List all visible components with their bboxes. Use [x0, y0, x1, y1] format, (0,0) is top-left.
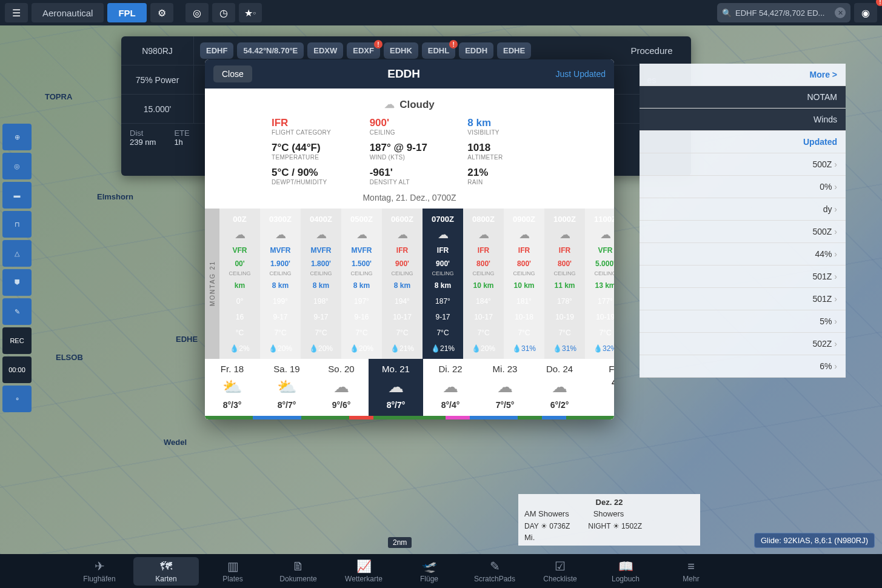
info-row[interactable]: 5% › — [640, 310, 846, 333]
search-icon: 🔍 — [722, 8, 732, 18]
daily-date: Dez. 22 — [524, 498, 694, 507]
tab-logbuch[interactable]: 📖Logbuch — [593, 559, 658, 583]
altitude-cell[interactable]: 15.000' — [121, 95, 194, 124]
map-mode-button[interactable]: Aeronautical — [32, 3, 104, 22]
metric-ceiling: 900'CEILING — [370, 117, 450, 136]
tab-dokumente[interactable]: 🗎Dokumente — [266, 560, 331, 583]
locate-icon[interactable]: ◉ — [854, 3, 877, 22]
tab-scratchpads[interactable]: ✎ScratchPads — [462, 559, 527, 583]
updated-label[interactable]: Just Updated — [556, 69, 606, 79]
info-row[interactable]: 501Z › — [640, 288, 846, 310]
waypoint-pill[interactable]: EDHL! — [422, 42, 455, 59]
daily-strip[interactable]: Fr. 18⛅8°/3°Sa. 19⛅8°/7°So. 20☁9°/6°Mo. … — [205, 359, 614, 419]
right-info-panel: More > NOTAM Winds Updated 500Z ›0% ›dy … — [640, 64, 846, 533]
map-scale: 2nm — [388, 537, 412, 548]
hour-column[interactable]: 1100Z☁VFR5.000'CEILING13 km177°10-197°C💧… — [585, 209, 614, 359]
waypoint-pill[interactable]: EDXW — [307, 42, 343, 59]
hour-column[interactable]: 0500Z☁MVFR1.500'CEILING8 km197°9-167°C💧2… — [341, 209, 382, 359]
metric-wind-kts-: 187° @ 9-17WIND (KTS) — [370, 142, 450, 161]
hour-column[interactable]: 0600Z☁IFR900'CEILING8 km194°10-177°C💧21% — [382, 209, 423, 359]
star-icon[interactable]: ★○ — [239, 3, 262, 22]
map-tool-2[interactable]: ▬ — [2, 182, 32, 209]
top-toolbar: ☰ Aeronautical FPL! ⚙ ◎ ◷ ★○ 🔍 EDHF 54,4… — [0, 0, 882, 25]
weather-modal: Close EDDH Just Updated ☁Cloudy IFRFLIGH… — [205, 59, 614, 419]
info-row[interactable]: 501Z › — [640, 266, 846, 288]
gauge-icon[interactable]: ◷ — [212, 3, 235, 22]
day-vertical-label: MONTAG 21 — [205, 209, 219, 359]
hour-column[interactable]: 0700Z☁IFR900'CEILING8 km187°9-177°C💧21% — [423, 209, 463, 359]
tab-mehr[interactable]: ≡Mehr — [658, 560, 724, 583]
map-tool-3[interactable]: ⊓ — [2, 211, 32, 238]
map-tool-6[interactable]: ✎ — [2, 298, 32, 325]
day-column[interactable]: Di. 22☁8°/4° — [423, 359, 478, 419]
map-tool-8[interactable]: 00:00 — [2, 356, 32, 383]
notam-tab[interactable]: NOTAM — [640, 86, 846, 109]
gear-icon[interactable]: ⚙ — [150, 3, 173, 22]
info-row[interactable]: dy › — [640, 198, 846, 221]
map-tool-7[interactable]: REC — [2, 327, 32, 354]
hour-column[interactable]: 0900Z☁IFR800'CEILING10 km181°10-187°C💧31… — [504, 209, 544, 359]
waypoint-pill[interactable]: EDXF! — [347, 42, 380, 59]
day-column[interactable]: So. 20☁9°/6° — [314, 359, 369, 419]
layers-icon[interactable]: ☰ — [5, 3, 28, 22]
condition-label: ☁Cloudy — [223, 98, 596, 111]
day-column[interactable]: Do. 24☁6°/2° — [532, 359, 587, 419]
clear-icon[interactable]: ✕ — [835, 7, 846, 18]
day-column[interactable]: Fr. 18⛅8°/3° — [205, 359, 259, 419]
winds-tab[interactable]: Winds — [640, 109, 846, 131]
waypoint-pill[interactable]: 54.42°N/8.70°E — [237, 42, 304, 59]
tab-plates[interactable]: ▥Plates — [200, 559, 266, 583]
map-tool-0[interactable]: ⊕ — [2, 124, 32, 150]
metric-dewpt-humidity: 5°C / 90%DEWPT/HUMIDITY — [272, 167, 352, 185]
hour-column[interactable]: 0400Z☁MVFR1.800'CEILING8 km198°9-177°C💧2… — [301, 209, 341, 359]
timestamp-label: Montag, 21. Dez., 0700Z — [223, 193, 596, 202]
map-tool-9[interactable]: ⚬ — [2, 386, 32, 412]
tab-flughäfen[interactable]: ✈Flughäfen — [67, 559, 132, 583]
map-tool-strip: ⊕◎▬⊓△⛊✎REC00:00⚬ — [0, 25, 34, 554]
close-button[interactable]: Close — [213, 65, 252, 82]
info-row[interactable]: 44% › — [640, 243, 846, 266]
hour-column[interactable]: 0300Z☁MVFR1.900'CEILING8 km199°9-177°C💧2… — [260, 209, 301, 359]
map-tool-4[interactable]: △ — [2, 240, 32, 267]
hour-column[interactable]: 00Z☁VFR00'CEILINGkm0°16°C💧2% — [219, 209, 260, 359]
search-text: EDHF 54,427/8,702 ED... — [735, 8, 824, 18]
info-row[interactable]: 0% › — [640, 176, 846, 198]
glide-info: Glide: 92KIAS, 8,6:1 (N980RJ) — [754, 533, 875, 548]
daily-forecast-box: Dez. 22 AM ShowersShowers DAY ☀ 0736ZNIG… — [518, 494, 700, 546]
day-column[interactable]: Sa. 19⛅8°/7° — [259, 359, 314, 419]
waypoint-pill[interactable]: EDHF — [200, 42, 233, 59]
day-column[interactable]: Fr.4 — [587, 359, 614, 419]
day-column[interactable]: Mi. 23☁7°/5° — [478, 359, 532, 419]
tab-wetterkarte[interactable]: 📈Wetterkarte — [331, 559, 396, 583]
compass-icon[interactable]: ◎ — [185, 3, 209, 22]
power-cell[interactable]: 75% Power — [121, 65, 194, 95]
dist-label: Dist — [130, 129, 143, 138]
info-row[interactable]: 500Z › — [640, 153, 846, 176]
search-input[interactable]: 🔍 EDHF 54,427/8,702 ED... ✕ — [717, 3, 850, 22]
metric-rain: 21%RAIN — [467, 167, 547, 185]
info-row[interactable]: 502Z › — [640, 333, 846, 355]
hour-column[interactable]: 0800Z☁IFR800'CEILING10 km184°10-177°C💧20… — [463, 209, 504, 359]
bottom-tabbar: ✈Flughäfen🗺Karten▥Plates🗎Dokumente📈Wette… — [0, 554, 882, 588]
procedure-button[interactable]: Procedure — [612, 36, 691, 65]
tab-flüge[interactable]: 🛫Flüge — [396, 559, 462, 583]
map-tool-1[interactable]: ◎ — [2, 153, 32, 179]
ete-value: 1h — [174, 138, 182, 147]
tab-karten[interactable]: 🗺Karten — [133, 557, 199, 586]
waypoint-pill[interactable]: EDHK — [384, 42, 418, 59]
hourly-strip[interactable]: MONTAG 21 00Z☁VFR00'CEILINGkm0°16°C💧2%03… — [205, 209, 614, 359]
ete-label: ETE — [174, 129, 189, 138]
tab-checkliste[interactable]: ☑Checkliste — [527, 559, 593, 583]
info-row[interactable]: 6% › — [640, 355, 846, 378]
fpl-button[interactable]: FPL! — [107, 3, 146, 22]
metric-altimeter: 1018ALTIMETER — [467, 142, 547, 161]
aircraft-cell[interactable]: N980RJ — [121, 36, 194, 65]
waypoint-pill[interactable]: EDHE — [497, 42, 531, 59]
waypoint-pill[interactable]: EDDH — [459, 42, 493, 59]
map-tool-5[interactable]: ⛊ — [2, 269, 32, 296]
info-row[interactable]: 500Z › — [640, 221, 846, 243]
modal-title: EDDH — [252, 67, 556, 81]
more-link[interactable]: More > — [640, 64, 846, 86]
hour-column[interactable]: 1000Z☁IFR800'CEILING11 km178°10-197°C💧31… — [544, 209, 585, 359]
day-column[interactable]: Mo. 21☁8°/7° — [369, 359, 423, 419]
